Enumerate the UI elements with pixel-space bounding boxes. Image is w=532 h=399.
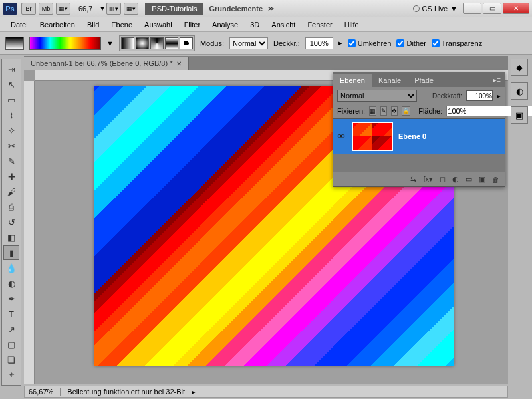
visibility-icon[interactable]: 👁 <box>336 132 346 142</box>
menu-fenster[interactable]: Fenster <box>302 19 337 31</box>
screen-mode-button[interactable]: ▦▾ <box>56 3 70 15</box>
menu-hilfe[interactable]: Hilfe <box>339 19 364 31</box>
opacity-input[interactable] <box>305 37 333 49</box>
shape-tool[interactable]: ▢ <box>3 337 19 352</box>
menu-datei[interactable]: Datei <box>5 19 33 31</box>
gradient-preview[interactable] <box>29 37 101 50</box>
mask-icon[interactable]: ◻ <box>440 175 446 184</box>
gradient-type-group <box>119 35 195 51</box>
close-button[interactable]: ✕ <box>503 3 529 14</box>
layer-name[interactable]: Ebene 0 <box>398 132 426 140</box>
marquee-tool[interactable]: ▭ <box>3 92 19 107</box>
status-arrow-icon[interactable]: ▸ <box>192 388 196 396</box>
lock-position-icon[interactable]: ✥ <box>391 106 398 116</box>
document-tabbar: Unbenannt-1 bei 66,7% (Ebene 0, RGB/8) *… <box>24 56 508 70</box>
gradient-dropdown-icon[interactable]: ▼ <box>106 39 114 47</box>
collapse-icon[interactable]: ⇥ <box>3 62 19 76</box>
menu-auswahl[interactable]: Auswahl <box>139 19 178 31</box>
menu-analyse[interactable]: Analyse <box>207 19 243 31</box>
app-logo: Ps <box>3 3 17 15</box>
lock-all-icon[interactable]: 🔒 <box>402 106 410 116</box>
gradient-reflected[interactable] <box>165 37 178 49</box>
reverse-checkbox[interactable]: Umkehren <box>348 39 392 47</box>
arrow-icon[interactable]: ▸ <box>497 92 501 100</box>
gradient-diamond[interactable] <box>180 37 193 49</box>
panel-menu-icon[interactable]: ▸≡ <box>489 73 505 87</box>
gradient-radial[interactable] <box>136 37 149 49</box>
adjustment-icon[interactable]: ◐ <box>452 175 459 184</box>
opacity-label: Deckkr.: <box>273 39 300 47</box>
eyedropper-tool[interactable]: ✎ <box>3 154 19 168</box>
panel-footer: ⇆ fx▾ ◻ ◐ ▭ ▣ 🗑 <box>333 172 505 186</box>
camera-tool[interactable]: ⌖ <box>3 368 19 382</box>
link-icon[interactable]: ⇆ <box>410 175 416 184</box>
transparency-checkbox[interactable]: Transparenz <box>432 39 482 47</box>
mode-select[interactable]: Normal <box>229 37 268 49</box>
workspace-more-icon[interactable]: ≫ <box>268 5 274 12</box>
document-tab[interactable]: Unbenannt-1 bei 66,7% (Ebene 0, RGB/8) *… <box>24 57 189 70</box>
zoom-value[interactable]: 66,7 <box>78 5 92 13</box>
gradient-tool[interactable]: ▮ <box>3 245 19 260</box>
ruler-vertical[interactable] <box>24 81 35 384</box>
fill-label: Fläche: <box>418 107 442 115</box>
close-tab-icon[interactable]: ✕ <box>176 60 182 67</box>
type-tool[interactable]: T <box>3 307 19 321</box>
menu-ebene[interactable]: Ebene <box>106 19 138 31</box>
status-zoom[interactable]: 66,67% <box>29 388 53 396</box>
fx-icon[interactable]: fx▾ <box>423 175 433 184</box>
eraser-tool[interactable]: ◧ <box>3 230 19 245</box>
minimize-button[interactable]: — <box>463 3 481 14</box>
gradient-angle[interactable] <box>150 37 164 49</box>
lock-pixels-icon[interactable]: ✎ <box>380 106 387 116</box>
stamp-tool[interactable]: ⎙ <box>3 200 19 214</box>
arrange-button[interactable]: ▥▾ <box>106 3 121 15</box>
extras-button[interactable]: ▦▾ <box>124 3 138 15</box>
tab-pfade[interactable]: Pfade <box>408 74 440 87</box>
zoom-dropdown-icon[interactable]: ▼ <box>99 5 105 12</box>
lasso-tool[interactable]: ⌇ <box>3 108 19 122</box>
lock-transparency-icon[interactable]: ▦ <box>369 106 376 116</box>
3d-tool[interactable]: ❏ <box>3 352 19 367</box>
dock-layers-icon[interactable]: ◆ <box>511 59 528 76</box>
dodge-tool[interactable]: ◐ <box>3 276 19 291</box>
brush-tool[interactable]: 🖌 <box>3 184 19 199</box>
maximize-button[interactable]: ▭ <box>483 3 501 14</box>
gradient-linear[interactable] <box>121 37 134 49</box>
menu-filter[interactable]: Filter <box>179 19 205 31</box>
tool-preset-picker[interactable] <box>5 37 24 50</box>
menu-bild[interactable]: Bild <box>82 19 104 31</box>
heal-tool[interactable]: ✚ <box>3 169 19 184</box>
tab-kanaele[interactable]: Kanäle <box>372 74 408 87</box>
path-tool[interactable]: ↗ <box>3 322 19 336</box>
dock-mask-icon[interactable]: ▣ <box>511 106 528 124</box>
new-layer-icon[interactable]: ▣ <box>479 175 485 184</box>
delete-icon[interactable]: 🗑 <box>492 176 499 184</box>
tab-ebenen[interactable]: Ebenen <box>333 74 372 87</box>
bridge-button[interactable]: Br <box>21 3 36 15</box>
right-dock: ◆ ◐ ▣ <box>511 59 531 124</box>
options-bar: ▼ Modus: Normal Deckkr.: ▸ Umkehren Dith… <box>0 32 532 55</box>
layer-row[interactable]: 👁 Ebene 0 <box>333 118 505 154</box>
workspace-name[interactable]: Grundelemente <box>209 5 263 13</box>
history-brush-tool[interactable]: ↺ <box>3 215 19 229</box>
crop-tool[interactable]: ✂ <box>3 138 19 153</box>
pen-tool[interactable]: ✒ <box>3 291 19 306</box>
group-icon[interactable]: ▭ <box>466 175 472 184</box>
opacity-label: Deckkraft: <box>432 92 462 100</box>
menu-3d[interactable]: 3D <box>245 19 265 31</box>
panel-tabs: Ebenen Kanäle Pfade ▸≡ <box>333 72 505 87</box>
blend-mode-select[interactable]: Normal <box>337 90 417 102</box>
layer-opacity-input[interactable] <box>466 90 493 101</box>
menu-ansicht[interactable]: Ansicht <box>266 19 301 31</box>
layer-thumbnail[interactable] <box>352 122 393 151</box>
wand-tool[interactable]: ✧ <box>3 123 19 138</box>
opacity-arrow-icon[interactable]: ▸ <box>338 39 342 47</box>
move-tool[interactable]: ↖ <box>3 77 19 92</box>
dither-checkbox[interactable]: Dither <box>396 39 426 47</box>
workspace-tutorials[interactable]: PSD-Tutorials <box>145 3 203 15</box>
blur-tool[interactable]: 💧 <box>3 261 19 275</box>
cs-live[interactable]: CS Live▼ <box>413 5 458 13</box>
minibridge-button[interactable]: Mb <box>39 3 53 15</box>
menu-bearbeiten[interactable]: Bearbeiten <box>35 19 80 31</box>
dock-adjust-icon[interactable]: ◐ <box>511 82 528 100</box>
